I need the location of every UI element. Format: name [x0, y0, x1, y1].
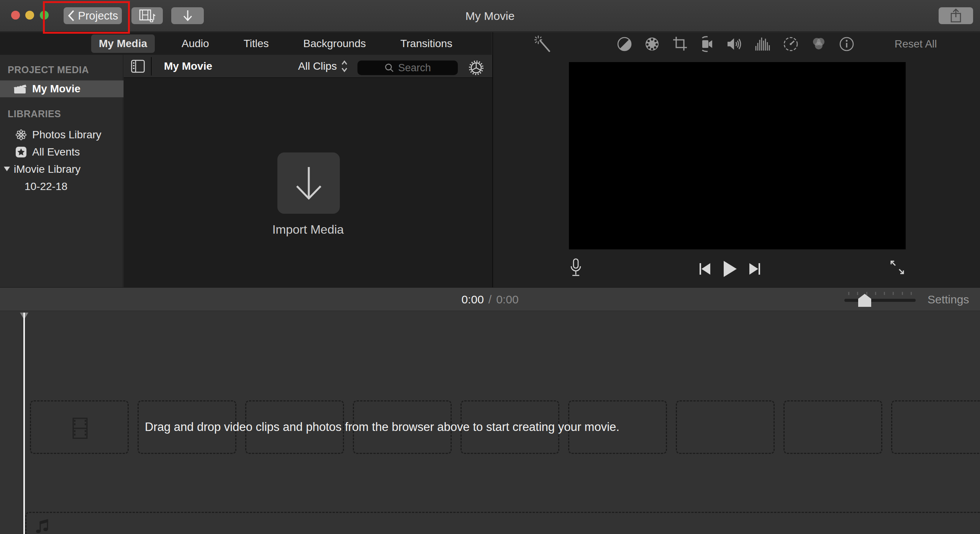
reset-all-button[interactable]: Reset All: [895, 32, 937, 56]
timeline-settings-button[interactable]: Settings: [928, 288, 969, 311]
playhead-line[interactable]: [23, 313, 25, 534]
share-icon: [949, 8, 962, 23]
current-time: 0:00: [461, 293, 483, 306]
clapboard-icon: [13, 83, 28, 95]
fullscreen-icon[interactable]: [889, 259, 905, 275]
time-display: 0:00 / 0:00: [0, 288, 980, 311]
timeline-empty-message: Drag and drop video clips and photos fro…: [145, 400, 619, 454]
annotation-highlight: [43, 1, 130, 34]
viewer-pane: Reset All: [492, 32, 980, 287]
slider-ticks: [848, 292, 912, 295]
slider-track[interactable]: [844, 299, 916, 302]
stabilization-icon[interactable]: [699, 36, 715, 52]
sidebar-toggle-icon[interactable]: [131, 60, 145, 73]
clip-info-icon[interactable]: [839, 36, 855, 52]
browser-title: My Movie: [164, 55, 212, 78]
share-button[interactable]: [939, 7, 973, 24]
clip-placeholder: [891, 400, 980, 454]
sidebar-item-label: 10-22-18: [25, 180, 67, 193]
imovie-window: My Movie Projects: [0, 0, 980, 534]
filmstrip-music-note-icon: [139, 9, 156, 22]
auto-enhance-wand-icon[interactable]: [534, 35, 553, 53]
sidebar-item-imovie-library[interactable]: iMovie Library: [0, 161, 123, 177]
sidebar-item-my-movie[interactable]: My Movie: [0, 80, 123, 97]
sidebar-item-all-events[interactable]: All Events: [0, 143, 123, 160]
magnifier-icon: [384, 63, 394, 73]
filmstrip-icon: [72, 418, 88, 439]
volume-icon[interactable]: [726, 36, 743, 52]
sidebar-item-label: All Events: [32, 146, 80, 158]
titlebar: My Movie Projects: [0, 0, 980, 32]
search-placeholder: Search: [398, 62, 431, 74]
transport-controls: [493, 249, 980, 287]
music-track-placeholder: [25, 512, 980, 534]
tab-titles[interactable]: Titles: [236, 34, 277, 53]
disclosure-triangle-icon[interactable]: [3, 166, 11, 172]
timeline-toolbar: 0:00 / 0:00 Settings: [0, 287, 980, 311]
music-notes-icon: [35, 518, 50, 534]
video-preview: [569, 62, 906, 249]
search-input[interactable]: Search: [357, 61, 458, 75]
project-media-header: PROJECT MEDIA: [8, 64, 89, 75]
browser-header: My Movie All Clips Search: [124, 55, 492, 78]
timeline[interactable]: Drag and drop video clips and photos fro…: [0, 311, 980, 534]
sidebar-item-label: My Movie: [32, 83, 80, 95]
sidebar-item-photos-library[interactable]: Photos Library: [0, 126, 123, 143]
star-square-icon: [15, 146, 27, 158]
play-icon[interactable]: [722, 260, 737, 278]
color-correction-icon[interactable]: [644, 36, 661, 52]
import-media-button[interactable]: [277, 152, 340, 214]
filter-selected-label: All Clips: [298, 60, 337, 72]
color-balance-icon[interactable]: [616, 36, 633, 52]
tab-transitions[interactable]: Transitions: [393, 34, 460, 53]
color-effects-icon[interactable]: [810, 36, 827, 52]
tab-my-media[interactable]: My Media: [91, 34, 155, 53]
import-media-label: Import Media: [124, 223, 492, 237]
photos-flower-icon: [15, 129, 27, 141]
sidebar-item-label: Photos Library: [32, 129, 102, 141]
total-time: 0:00: [496, 293, 518, 306]
clip-placeholder: [30, 400, 129, 454]
media-browser: Import Media: [124, 78, 492, 287]
tab-backgrounds[interactable]: Backgrounds: [296, 34, 374, 53]
down-arrow-icon: [183, 10, 193, 22]
clip-placeholder: [783, 400, 882, 454]
sidebar-item-event-10-22-18[interactable]: 10-22-18: [0, 178, 123, 195]
clip-appearance-gear-icon[interactable]: [468, 59, 485, 76]
up-down-chevrons-icon: [341, 60, 348, 73]
media-tabbar: My Media Audio Titles Backgrounds Transi…: [0, 32, 492, 55]
libraries-header: LIBRARIES: [8, 108, 61, 120]
timeline-zoom-slider[interactable]: [844, 288, 916, 311]
media-browser-button[interactable]: [131, 7, 163, 24]
speed-icon[interactable]: [783, 36, 799, 52]
noise-reduction-icon[interactable]: [754, 36, 771, 52]
skip-back-icon[interactable]: [698, 262, 711, 276]
skip-forward-icon[interactable]: [748, 262, 761, 276]
viewer-toolbar: Reset All: [493, 32, 980, 56]
clip-filter-popup[interactable]: All Clips: [298, 55, 348, 78]
crop-icon[interactable]: [672, 36, 688, 52]
microphone-icon[interactable]: [570, 258, 582, 278]
clip-placeholder: [676, 400, 775, 454]
down-arrow-icon: [294, 165, 324, 201]
tab-audio[interactable]: Audio: [174, 34, 217, 53]
time-separator: /: [488, 293, 492, 306]
import-media-toolbar-button[interactable]: [171, 7, 204, 24]
sidebar: PROJECT MEDIA My Movie LIBRARIES: [0, 55, 123, 287]
divider: [151, 57, 152, 75]
sidebar-item-label: iMovie Library: [14, 163, 80, 175]
slider-thumb[interactable]: [858, 294, 871, 307]
